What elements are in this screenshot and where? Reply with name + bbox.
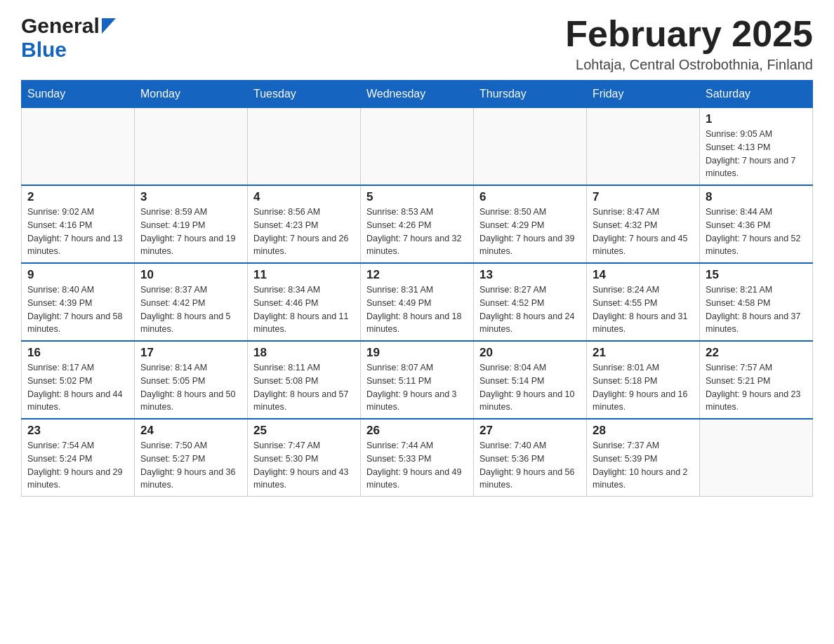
table-row: 21Sunrise: 8:01 AMSunset: 5:18 PMDayligh… bbox=[587, 341, 700, 419]
day-info: Sunrise: 8:04 AMSunset: 5:14 PMDaylight:… bbox=[479, 361, 581, 414]
logo-arrow-icon bbox=[102, 18, 116, 34]
day-info: Sunrise: 8:17 AMSunset: 5:02 PMDaylight:… bbox=[27, 361, 128, 414]
header-thursday: Thursday bbox=[474, 81, 587, 108]
day-info: Sunrise: 8:14 AMSunset: 5:05 PMDaylight:… bbox=[140, 361, 241, 414]
table-row: 28Sunrise: 7:37 AMSunset: 5:39 PMDayligh… bbox=[587, 419, 700, 497]
page-header: General Blue February 2025 Lohtaja, Cent… bbox=[21, 14, 813, 73]
header-wednesday: Wednesday bbox=[361, 81, 474, 108]
calendar-week-row: 16Sunrise: 8:17 AMSunset: 5:02 PMDayligh… bbox=[22, 341, 813, 419]
day-info: Sunrise: 8:31 AMSunset: 4:49 PMDaylight:… bbox=[366, 283, 468, 336]
day-number: 10 bbox=[140, 268, 241, 282]
table-row bbox=[587, 108, 700, 186]
table-row: 8Sunrise: 8:44 AMSunset: 4:36 PMDaylight… bbox=[700, 185, 813, 263]
day-info: Sunrise: 7:44 AMSunset: 5:33 PMDaylight:… bbox=[366, 439, 468, 492]
table-row: 6Sunrise: 8:50 AMSunset: 4:29 PMDaylight… bbox=[474, 185, 587, 263]
day-number: 20 bbox=[479, 346, 581, 360]
calendar-week-row: 2Sunrise: 9:02 AMSunset: 4:16 PMDaylight… bbox=[22, 185, 813, 263]
table-row: 22Sunrise: 7:57 AMSunset: 5:21 PMDayligh… bbox=[700, 341, 813, 419]
header-monday: Monday bbox=[135, 81, 248, 108]
day-number: 7 bbox=[593, 190, 694, 204]
logo: General Blue bbox=[21, 14, 117, 62]
table-row bbox=[135, 108, 248, 186]
month-title: February 2025 bbox=[565, 14, 813, 54]
table-row: 10Sunrise: 8:37 AMSunset: 4:42 PMDayligh… bbox=[135, 263, 248, 341]
day-number: 25 bbox=[253, 424, 355, 438]
table-row: 20Sunrise: 8:04 AMSunset: 5:14 PMDayligh… bbox=[474, 341, 587, 419]
day-info: Sunrise: 8:27 AMSunset: 4:52 PMDaylight:… bbox=[479, 283, 581, 336]
day-number: 22 bbox=[706, 346, 807, 360]
calendar-week-row: 23Sunrise: 7:54 AMSunset: 5:24 PMDayligh… bbox=[22, 419, 813, 497]
table-row: 3Sunrise: 8:59 AMSunset: 4:19 PMDaylight… bbox=[135, 185, 248, 263]
day-number: 8 bbox=[706, 190, 807, 204]
header-sunday: Sunday bbox=[22, 81, 135, 108]
day-number: 6 bbox=[479, 190, 581, 204]
day-number: 14 bbox=[593, 268, 694, 282]
table-row: 12Sunrise: 8:31 AMSunset: 4:49 PMDayligh… bbox=[361, 263, 474, 341]
table-row: 16Sunrise: 8:17 AMSunset: 5:02 PMDayligh… bbox=[22, 341, 135, 419]
table-row: 5Sunrise: 8:53 AMSunset: 4:26 PMDaylight… bbox=[361, 185, 474, 263]
day-info: Sunrise: 8:01 AMSunset: 5:18 PMDaylight:… bbox=[593, 361, 694, 414]
table-row: 27Sunrise: 7:40 AMSunset: 5:36 PMDayligh… bbox=[474, 419, 587, 497]
table-row: 15Sunrise: 8:21 AMSunset: 4:58 PMDayligh… bbox=[700, 263, 813, 341]
day-number: 21 bbox=[593, 346, 694, 360]
day-info: Sunrise: 8:47 AMSunset: 4:32 PMDaylight:… bbox=[593, 206, 694, 258]
day-number: 4 bbox=[253, 190, 355, 204]
day-number: 28 bbox=[593, 424, 694, 438]
day-info: Sunrise: 8:59 AMSunset: 4:19 PMDaylight:… bbox=[140, 206, 241, 258]
day-info: Sunrise: 7:40 AMSunset: 5:36 PMDaylight:… bbox=[479, 439, 581, 492]
header-saturday: Saturday bbox=[700, 81, 813, 108]
day-info: Sunrise: 8:34 AMSunset: 4:46 PMDaylight:… bbox=[253, 283, 355, 336]
svg-marker-0 bbox=[102, 18, 116, 34]
day-number: 23 bbox=[27, 424, 128, 438]
day-info: Sunrise: 8:21 AMSunset: 4:58 PMDaylight:… bbox=[706, 283, 807, 336]
day-number: 18 bbox=[253, 346, 355, 360]
table-row: 14Sunrise: 8:24 AMSunset: 4:55 PMDayligh… bbox=[587, 263, 700, 341]
day-number: 3 bbox=[140, 190, 241, 204]
weekday-header-row: Sunday Monday Tuesday Wednesday Thursday… bbox=[22, 81, 813, 108]
day-info: Sunrise: 7:37 AMSunset: 5:39 PMDaylight:… bbox=[593, 439, 694, 492]
day-info: Sunrise: 9:02 AMSunset: 4:16 PMDaylight:… bbox=[27, 206, 128, 258]
day-info: Sunrise: 8:44 AMSunset: 4:36 PMDaylight:… bbox=[706, 206, 807, 258]
table-row bbox=[474, 108, 587, 186]
table-row: 4Sunrise: 8:56 AMSunset: 4:23 PMDaylight… bbox=[248, 185, 361, 263]
day-info: Sunrise: 8:50 AMSunset: 4:29 PMDaylight:… bbox=[479, 206, 581, 258]
logo-general: General bbox=[21, 14, 100, 38]
day-number: 16 bbox=[27, 346, 128, 360]
calendar-week-row: 9Sunrise: 8:40 AMSunset: 4:39 PMDaylight… bbox=[22, 263, 813, 341]
day-info: Sunrise: 8:07 AMSunset: 5:11 PMDaylight:… bbox=[366, 361, 468, 414]
table-row: 18Sunrise: 8:11 AMSunset: 5:08 PMDayligh… bbox=[248, 341, 361, 419]
table-row bbox=[700, 419, 813, 497]
day-number: 5 bbox=[366, 190, 468, 204]
day-info: Sunrise: 9:05 AMSunset: 4:13 PMDaylight:… bbox=[706, 128, 807, 180]
calendar-week-row: 1Sunrise: 9:05 AMSunset: 4:13 PMDaylight… bbox=[22, 108, 813, 186]
table-row: 13Sunrise: 8:27 AMSunset: 4:52 PMDayligh… bbox=[474, 263, 587, 341]
table-row bbox=[248, 108, 361, 186]
day-number: 11 bbox=[253, 268, 355, 282]
day-info: Sunrise: 8:40 AMSunset: 4:39 PMDaylight:… bbox=[27, 283, 128, 336]
day-number: 24 bbox=[140, 424, 241, 438]
table-row: 24Sunrise: 7:50 AMSunset: 5:27 PMDayligh… bbox=[135, 419, 248, 497]
location-title: Lohtaja, Central Ostrobothnia, Finland bbox=[565, 57, 813, 73]
header-tuesday: Tuesday bbox=[248, 81, 361, 108]
day-info: Sunrise: 8:37 AMSunset: 4:42 PMDaylight:… bbox=[140, 283, 241, 336]
day-info: Sunrise: 8:53 AMSunset: 4:26 PMDaylight:… bbox=[366, 206, 468, 258]
table-row: 19Sunrise: 8:07 AMSunset: 5:11 PMDayligh… bbox=[361, 341, 474, 419]
day-info: Sunrise: 8:24 AMSunset: 4:55 PMDaylight:… bbox=[593, 283, 694, 336]
table-row: 1Sunrise: 9:05 AMSunset: 4:13 PMDaylight… bbox=[700, 108, 813, 186]
table-row bbox=[22, 108, 135, 186]
table-row: 9Sunrise: 8:40 AMSunset: 4:39 PMDaylight… bbox=[22, 263, 135, 341]
table-row: 23Sunrise: 7:54 AMSunset: 5:24 PMDayligh… bbox=[22, 419, 135, 497]
day-number: 9 bbox=[27, 268, 128, 282]
day-number: 13 bbox=[479, 268, 581, 282]
day-info: Sunrise: 8:56 AMSunset: 4:23 PMDaylight:… bbox=[253, 206, 355, 258]
calendar-table: Sunday Monday Tuesday Wednesday Thursday… bbox=[21, 80, 813, 497]
day-number: 27 bbox=[479, 424, 581, 438]
table-row bbox=[361, 108, 474, 186]
day-info: Sunrise: 7:47 AMSunset: 5:30 PMDaylight:… bbox=[253, 439, 355, 492]
logo-blue: Blue bbox=[21, 38, 67, 62]
day-number: 12 bbox=[366, 268, 468, 282]
table-row: 26Sunrise: 7:44 AMSunset: 5:33 PMDayligh… bbox=[361, 419, 474, 497]
day-number: 26 bbox=[366, 424, 468, 438]
table-row: 25Sunrise: 7:47 AMSunset: 5:30 PMDayligh… bbox=[248, 419, 361, 497]
day-number: 19 bbox=[366, 346, 468, 360]
